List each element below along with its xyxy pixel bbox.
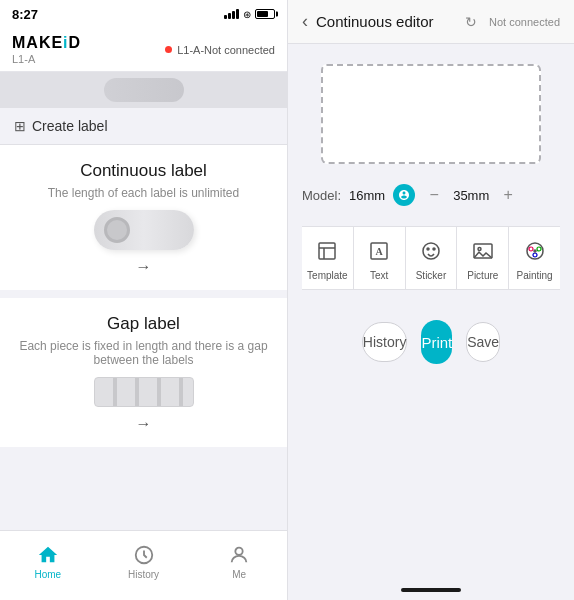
svg-point-8 [427, 248, 429, 250]
create-label-text: Create label [32, 118, 108, 134]
nav-me[interactable]: Me [191, 543, 287, 580]
home-icon [36, 543, 60, 567]
editor-header: ‹ Continuous editor ↻ Not connected [288, 0, 574, 44]
brand-bar: MAKEiD L1-A L1-A-Not connected [0, 28, 287, 72]
svg-text:A: A [376, 246, 384, 257]
picture-icon [469, 237, 497, 265]
connection-status-dot [165, 46, 172, 53]
history-button[interactable]: History [362, 322, 408, 362]
tool-painting[interactable]: Painting [509, 227, 560, 289]
svg-rect-2 [319, 243, 335, 259]
wifi-icon: ⊛ [243, 9, 251, 20]
painting-icon [521, 237, 549, 265]
model-label: Model: [302, 188, 341, 203]
left-panel: 8:27 ⊛ MAKEiD L1-A L1-A-Not connected [0, 0, 287, 600]
continuous-label-image [14, 210, 273, 250]
bottom-actions: History Print Save [348, 310, 514, 374]
roll-graphic [94, 210, 194, 250]
gap-label-desc: Each piece is fixed in length and there … [14, 339, 273, 367]
device-status-text: L1-A-Not connected [177, 44, 275, 56]
tool-picture-label: Picture [467, 270, 498, 281]
editor-title: Continuous editor [316, 13, 457, 30]
continuous-arrow: → [14, 258, 273, 276]
svg-point-13 [529, 247, 533, 251]
nav-me-label: Me [232, 569, 246, 580]
svg-point-1 [236, 548, 243, 555]
model-row: Model: 16mm − 35mm + [302, 184, 560, 206]
save-button[interactable]: Save [466, 322, 500, 362]
sticker-icon [417, 237, 445, 265]
refresh-icon[interactable]: ↻ [465, 14, 477, 30]
home-indicator-bar [401, 588, 461, 592]
me-icon [227, 543, 251, 567]
status-bar: 8:27 ⊛ [0, 0, 287, 28]
gap-label-card[interactable]: Gap label Each piece is fixed in length … [0, 298, 287, 455]
svg-point-9 [433, 248, 435, 250]
tools-row: Template A Text [302, 226, 560, 290]
history-icon [132, 543, 156, 567]
label-canvas[interactable] [321, 64, 541, 164]
tool-sticker[interactable]: Sticker [406, 227, 458, 289]
home-indicator [288, 580, 574, 600]
status-icons: ⊛ [224, 9, 275, 20]
create-label-bar[interactable]: ⊞ Create label [0, 108, 287, 145]
brand-info: MAKEiD L1-A [12, 34, 81, 65]
connection-status-text: Not connected [489, 16, 560, 28]
svg-point-15 [533, 253, 537, 257]
gap-tape-graphic [94, 377, 194, 407]
gap-arrow: → [14, 415, 273, 433]
nav-history-label: History [128, 569, 159, 580]
svg-point-16 [534, 250, 536, 252]
nav-history[interactable]: History [96, 543, 192, 580]
device-id: L1-A [12, 53, 81, 65]
tool-painting-label: Painting [517, 270, 553, 281]
nav-home[interactable]: Home [0, 543, 96, 580]
continuous-label-title: Continuous label [14, 161, 273, 181]
gap-label-title: Gap label [14, 314, 273, 334]
model-badge[interactable] [393, 184, 415, 206]
template-icon [313, 237, 341, 265]
status-time: 8:27 [12, 7, 38, 22]
tool-picture[interactable]: Picture [457, 227, 509, 289]
tool-template[interactable]: Template [302, 227, 354, 289]
model-size: 35mm [453, 188, 489, 203]
device-status: L1-A-Not connected [165, 44, 275, 56]
model-minus-button[interactable]: − [423, 184, 445, 206]
text-icon: A [365, 237, 393, 265]
back-button[interactable]: ‹ [302, 11, 308, 32]
preview-strip [0, 72, 287, 108]
preview-strip-inner [104, 78, 184, 102]
continuous-label-card[interactable]: Continuous label The length of each labe… [0, 145, 287, 298]
right-panel: ‹ Continuous editor ↻ Not connected Mode… [287, 0, 574, 600]
editor-canvas-area: Model: 16mm − 35mm + Template [288, 44, 574, 580]
continuous-label-desc: The length of each label is unlimited [14, 186, 273, 200]
brand-name: MAKEiD [12, 34, 81, 52]
tool-template-label: Template [307, 270, 348, 281]
create-label-icon: ⊞ [14, 118, 26, 134]
tool-sticker-label: Sticker [416, 270, 447, 281]
model-plus-button[interactable]: + [497, 184, 519, 206]
battery-icon [255, 9, 275, 19]
model-value: 16mm [349, 188, 385, 203]
tool-text-label: Text [370, 270, 388, 281]
tool-text[interactable]: A Text [354, 227, 406, 289]
svg-point-11 [478, 248, 481, 251]
nav-home-label: Home [34, 569, 61, 580]
bottom-nav: Home History Me [0, 530, 287, 600]
svg-point-14 [537, 247, 541, 251]
signal-icon [224, 9, 239, 19]
gap-label-image [14, 377, 273, 407]
print-button[interactable]: Print [421, 320, 452, 364]
